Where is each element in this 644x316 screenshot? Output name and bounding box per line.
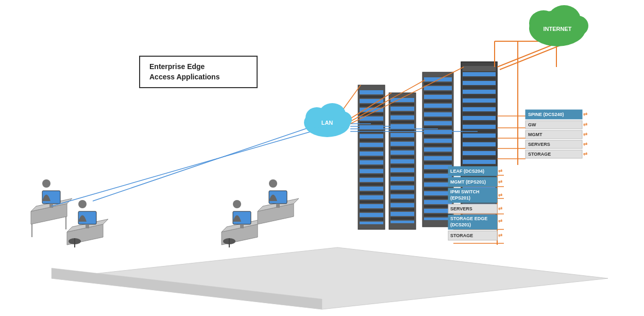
svg-rect-51: [360, 187, 383, 191]
svg-rect-86: [391, 208, 414, 211]
svg-rect-118: [424, 196, 452, 199]
svg-rect-145: [463, 156, 496, 159]
svg-text:SERVERS: SERVERS: [450, 206, 472, 211]
svg-rect-78: [391, 173, 414, 176]
svg-rect-53: [360, 195, 383, 199]
svg-rect-114: [424, 179, 452, 181]
svg-rect-125: [463, 66, 496, 71]
svg-text:(EPS201): (EPS201): [450, 195, 470, 201]
svg-rect-43: [360, 152, 383, 156]
svg-rect-81: [391, 186, 414, 190]
svg-rect-98: [424, 109, 452, 111]
svg-text:⇄: ⇄: [583, 131, 587, 137]
svg-rect-39: [360, 134, 383, 138]
svg-text:LEAF (DCS204): LEAF (DCS204): [450, 169, 484, 174]
svg-rect-133: [463, 104, 496, 106]
svg-rect-71: [391, 142, 414, 146]
svg-text:STORAGE EDGE: STORAGE EDGE: [450, 216, 487, 221]
svg-rect-110: [424, 161, 452, 164]
diagram-container: INTERNET LAN SPINE (DCS240) GW MGMT SERV…: [0, 0, 644, 316]
svg-rect-69: [391, 133, 414, 137]
svg-rect-109: [424, 156, 452, 160]
svg-rect-66: [391, 121, 414, 123]
svg-rect-111: [424, 165, 452, 169]
svg-rect-93: [424, 86, 452, 90]
svg-rect-131: [463, 95, 496, 97]
svg-text:⇄: ⇄: [498, 218, 502, 224]
svg-text:GW: GW: [528, 122, 536, 127]
svg-rect-112: [424, 170, 452, 173]
svg-rect-138: [463, 125, 496, 129]
svg-rect-100: [424, 118, 452, 120]
svg-rect-144: [463, 151, 496, 155]
svg-rect-52: [360, 192, 383, 194]
svg-rect-58: [360, 218, 383, 221]
svg-rect-116: [424, 188, 452, 190]
svg-point-27: [269, 179, 277, 188]
svg-point-6: [42, 179, 50, 188]
svg-text:INTERNET: INTERNET: [544, 26, 572, 32]
enterprise-box: Enterprise Edge Access Applications: [139, 56, 258, 88]
svg-rect-142: [463, 142, 496, 146]
svg-text:⇄: ⇄: [498, 179, 502, 185]
svg-rect-56: [360, 209, 383, 212]
svg-rect-77: [391, 168, 414, 172]
svg-rect-117: [424, 191, 452, 195]
svg-rect-106: [424, 144, 452, 146]
svg-rect-120: [424, 205, 452, 208]
svg-rect-50: [360, 183, 383, 186]
svg-rect-99: [424, 112, 452, 117]
svg-rect-19: [240, 224, 244, 228]
svg-rect-126: [463, 72, 496, 76]
svg-text:MGMT (EPS201): MGMT (EPS201): [450, 179, 486, 185]
svg-text:⇄: ⇄: [498, 206, 502, 211]
svg-text:LAN: LAN: [321, 120, 333, 126]
svg-rect-46: [360, 165, 383, 168]
svg-point-20: [233, 200, 241, 208]
svg-rect-73: [391, 151, 414, 155]
svg-rect-137: [463, 121, 496, 124]
svg-rect-41: [360, 143, 383, 147]
svg-rect-94: [424, 91, 452, 94]
svg-text:SPINE (DCS240): SPINE (DCS240): [528, 112, 564, 117]
svg-rect-143: [463, 147, 496, 150]
svg-rect-54: [360, 201, 383, 203]
svg-rect-80: [391, 182, 414, 185]
svg-rect-95: [424, 95, 452, 99]
svg-rect-127: [463, 77, 496, 80]
svg-rect-79: [391, 177, 414, 181]
svg-rect-140: [463, 134, 496, 138]
svg-line-161: [93, 124, 320, 201]
svg-rect-82: [391, 191, 414, 193]
svg-rect-42: [360, 148, 383, 151]
svg-rect-31: [360, 99, 383, 103]
svg-text:STORAGE: STORAGE: [528, 152, 551, 157]
svg-rect-26: [276, 204, 280, 208]
svg-rect-57: [360, 213, 383, 217]
svg-rect-89: [391, 221, 414, 223]
svg-rect-74: [391, 156, 414, 158]
svg-rect-70: [391, 138, 414, 141]
svg-rect-87: [391, 212, 414, 216]
svg-rect-119: [424, 200, 452, 204]
svg-text:STORAGE: STORAGE: [450, 233, 473, 238]
svg-rect-85: [391, 203, 414, 207]
svg-rect-64: [391, 112, 414, 114]
svg-point-13: [78, 200, 87, 208]
svg-rect-30: [360, 95, 383, 98]
svg-text:⇄: ⇄: [498, 168, 502, 174]
svg-rect-108: [424, 153, 452, 155]
svg-text:IPMI SWITCH: IPMI SWITCH: [450, 189, 480, 194]
svg-text:MGMT: MGMT: [528, 132, 543, 137]
network-diagram-svg: INTERNET LAN SPINE (DCS240) GW MGMT SERV…: [0, 0, 644, 316]
svg-rect-65: [391, 115, 414, 120]
svg-rect-146: [463, 160, 496, 164]
svg-rect-47: [360, 169, 383, 173]
svg-rect-130: [463, 90, 496, 94]
svg-text:SERVERS: SERVERS: [528, 142, 550, 147]
svg-rect-101: [424, 121, 452, 125]
svg-rect-96: [424, 100, 452, 103]
svg-rect-128: [463, 81, 496, 85]
svg-rect-59: [360, 222, 383, 224]
svg-rect-107: [424, 147, 452, 152]
